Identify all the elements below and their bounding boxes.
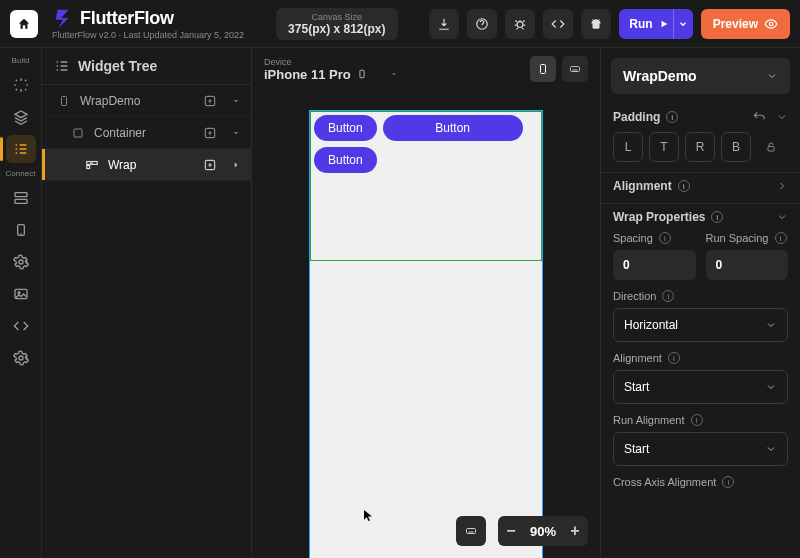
info-icon[interactable]: i [666,111,678,123]
wrap-props-section: Wrap Propertiesi Spacingi Run Spacingi D… [601,204,800,504]
add-child-button[interactable] [201,92,219,110]
rail-media[interactable] [6,280,36,308]
run-spacing-input[interactable] [706,250,789,280]
rail-widgets[interactable] [6,71,36,99]
home-button[interactable] [10,10,38,38]
device-frame[interactable]: Button Button Button [309,110,543,558]
import-button[interactable] [429,9,459,39]
phone-icon [357,68,367,80]
zoom-in-button[interactable]: + [562,522,588,540]
brand-name: FlutterFlow [80,8,174,29]
chevron-right-icon [776,180,788,192]
padding-bottom[interactable]: B [721,132,751,162]
padding-right[interactable]: R [685,132,715,162]
device-selector[interactable]: Device iPhone 11 Pro [264,57,399,82]
svg-rect-19 [541,65,546,74]
svg-rect-14 [87,161,91,164]
expand-button[interactable] [776,180,788,192]
info-icon[interactable]: i [722,476,734,488]
brand-meta: FlutterFlow v2.0 · Last Updated January … [52,30,244,40]
chevron-down-icon [776,211,788,223]
canvas-button-1[interactable]: Button [314,115,377,141]
run-alignment-select[interactable]: Start [613,432,788,466]
padding-left[interactable]: L [613,132,643,162]
image-icon [13,286,29,302]
collapse-button[interactable] [776,211,788,223]
help-button[interactable] [467,9,497,39]
expand-button[interactable] [227,92,245,110]
info-icon[interactable]: i [775,232,787,244]
add-child-button[interactable] [201,156,219,174]
info-icon[interactable]: i [662,290,674,302]
expand-button[interactable] [227,124,245,142]
debug-button[interactable] [505,9,535,39]
canvas-stage[interactable]: Button Button Button [252,90,600,558]
padding-title: Padding [613,110,660,124]
collapse-button[interactable] [776,111,788,123]
apk-button[interactable] [581,9,611,39]
direction-select[interactable]: Horizontal [613,308,788,342]
code-button[interactable] [543,9,573,39]
svg-rect-12 [74,129,82,137]
rail-api[interactable] [6,216,36,244]
undo-icon [752,110,766,124]
rail-settings1[interactable] [6,248,36,276]
padding-lock[interactable] [757,132,785,162]
svg-point-8 [18,292,20,294]
chevron-down-icon [678,19,688,29]
zoom-out-button[interactable]: − [498,522,524,540]
svg-point-9 [19,356,23,360]
info-icon[interactable]: i [711,211,723,223]
run-align-label: Run Alignment [613,414,685,426]
tree-label: Wrap [108,158,193,172]
code-icon [551,17,565,31]
expand-button[interactable] [227,156,245,174]
rail-code[interactable] [6,312,36,340]
widget-tree-panel: Widget Tree WrapDemo Container Wrap [42,48,252,558]
run-dropdown[interactable] [673,9,693,39]
preview-button[interactable]: Preview [701,9,790,39]
tree-row-wrapdemo[interactable]: WrapDemo [42,85,251,117]
orientation-portrait[interactable] [530,56,556,82]
zoom-bar: − 90% + [456,516,588,546]
keyboard-icon [568,63,582,75]
info-icon[interactable]: i [691,414,703,426]
chevron-down-icon [765,319,777,331]
canvas-size-value: 375(px) x 812(px) [288,22,385,36]
add-child-button[interactable] [201,124,219,142]
padding-section: Paddingi L T R B [601,104,800,173]
undo-button[interactable] [752,110,766,124]
canvas-button-2-label: Button [435,121,470,135]
rail-tree[interactable] [6,135,36,163]
info-icon[interactable]: i [659,232,671,244]
canvas-button-3[interactable]: Button [314,147,377,173]
info-icon[interactable]: i [678,180,690,192]
tree-row-container[interactable]: Container [42,117,251,149]
spacing-input[interactable] [613,250,696,280]
keyboard-toggle[interactable] [562,56,588,82]
svg-rect-21 [466,529,475,534]
wrap-widget[interactable]: Button Button Button [310,111,542,261]
alignment-select[interactable]: Start [613,370,788,404]
rail-pages[interactable] [6,103,36,131]
play-icon [659,19,669,29]
info-icon[interactable]: i [668,352,680,364]
rail-settings2[interactable] [6,344,36,372]
rail-database[interactable] [6,184,36,212]
list-icon [13,141,29,157]
run-button[interactable]: Run [619,9,678,39]
logo-block: FlutterFlow FlutterFlow v2.0 · Last Upda… [52,7,244,40]
canvas-toolbar: Device iPhone 11 Pro [252,48,600,90]
tree-row-wrap[interactable]: Wrap [42,149,251,181]
lock-icon [765,141,777,153]
rail-section-connect: Connect [6,169,36,178]
padding-top[interactable]: T [649,132,679,162]
zoom-value: 90% [524,524,562,539]
props-head[interactable]: WrapDemo [611,58,790,94]
canvas-button-2[interactable]: Button [383,115,523,141]
rail-section-build: Build [12,56,30,65]
props-title: WrapDemo [623,68,697,84]
eye-icon [764,17,778,31]
keyboard-shortcut-button[interactable] [456,516,486,546]
canvas-size-box[interactable]: Canvas Size 375(px) x 812(px) [276,8,397,40]
